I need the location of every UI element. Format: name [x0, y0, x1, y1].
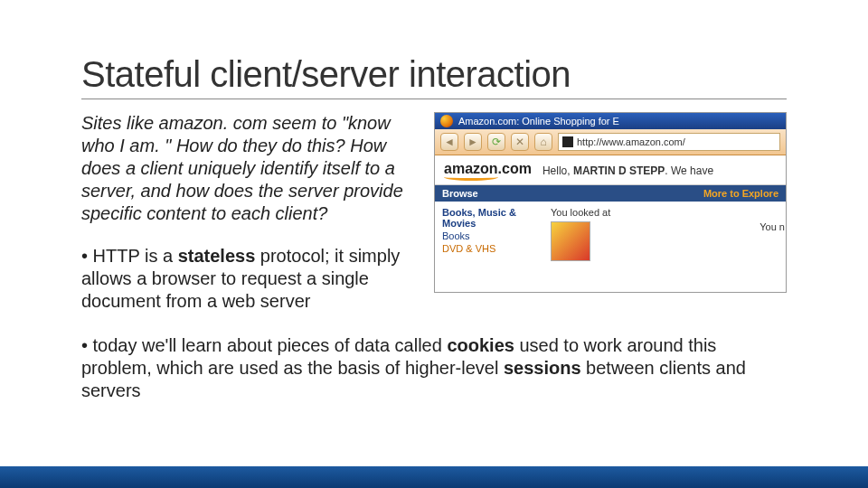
- bullet2-bold-cookies: cookies: [447, 335, 514, 355]
- bullet-stateless: • HTTP is a stateless protocol; it simpl…: [81, 245, 418, 313]
- content-row: Sites like amazon. com seem to "know who…: [81, 112, 787, 325]
- greeting-text: Hello, MARTIN D STEPP. We have: [542, 164, 713, 177]
- address-bar[interactable]: http://www.amazon.com/: [558, 133, 780, 151]
- url-text: http://www.amazon.com/: [577, 136, 685, 147]
- forward-button[interactable]: ►: [464, 133, 482, 151]
- amazon-main: You looked at You n: [543, 202, 786, 268]
- intro-paragraph: Sites like amazon. com seem to "know who…: [81, 112, 418, 225]
- window-title-text: Amazon.com: Online Shopping for E: [458, 116, 619, 127]
- left-column: Sites like amazon. com seem to "know who…: [81, 112, 418, 325]
- sidebar-link-books[interactable]: Books: [442, 230, 536, 241]
- amazon-sidebar: Books, Music & Movies Books DVD & VHS: [435, 202, 543, 268]
- bullet2-pre: • today we'll learn about pieces of data…: [81, 335, 447, 355]
- browser-toolbar: ◄ ► ⟳ ✕ ⌂ http://www.amazon.com/: [435, 129, 786, 155]
- greeting-name: MARTIN D STEPP: [573, 164, 665, 177]
- sidebar-category-heading[interactable]: Books, Music & Movies: [442, 207, 536, 229]
- browser-titlebar: Amazon.com: Online Shopping for E: [435, 113, 786, 129]
- amazon-header: amazon.com Hello, MARTIN D STEPP. We hav…: [435, 155, 786, 185]
- amazon-favicon-icon: [562, 136, 573, 147]
- amazon-nav-bar: Browse More to Explore: [435, 185, 786, 202]
- bullet2-bold-sessions: sessions: [504, 358, 581, 378]
- stop-button[interactable]: ✕: [511, 133, 529, 151]
- sidebar-link-dvd[interactable]: DVD & VHS: [442, 243, 536, 254]
- greeting-pre: Hello,: [542, 164, 573, 177]
- you-looked-at-label: You looked at: [551, 207, 778, 218]
- firefox-icon: [440, 115, 453, 127]
- back-button[interactable]: ◄: [440, 133, 458, 151]
- home-button[interactable]: ⌂: [534, 133, 552, 151]
- amazon-logo[interactable]: amazon.com: [444, 161, 532, 181]
- bullet1-pre: • HTTP is a: [81, 246, 178, 266]
- slide-footer-bar: [0, 466, 868, 488]
- reload-button[interactable]: ⟳: [487, 133, 505, 151]
- more-to-explore[interactable]: More to Explore: [703, 188, 778, 199]
- browse-tab[interactable]: Browse: [442, 188, 478, 199]
- amazon-logo-text: amazon.com: [444, 161, 532, 176]
- slide: Stateful client/server interaction Sites…: [0, 0, 868, 488]
- product-thumbnail[interactable]: [551, 221, 590, 261]
- amazon-screenshot: Amazon.com: Online Shopping for E ◄ ► ⟳ …: [434, 112, 787, 293]
- amazon-body: Books, Music & Movies Books DVD & VHS Yo…: [435, 202, 786, 268]
- greeting-post: . We have: [665, 164, 713, 177]
- slide-title: Stateful client/server interaction: [81, 54, 787, 99]
- you-n-label: You n: [760, 221, 785, 232]
- bullet-cookies: • today we'll learn about pieces of data…: [81, 334, 787, 402]
- bullet1-bold: stateless: [178, 246, 256, 266]
